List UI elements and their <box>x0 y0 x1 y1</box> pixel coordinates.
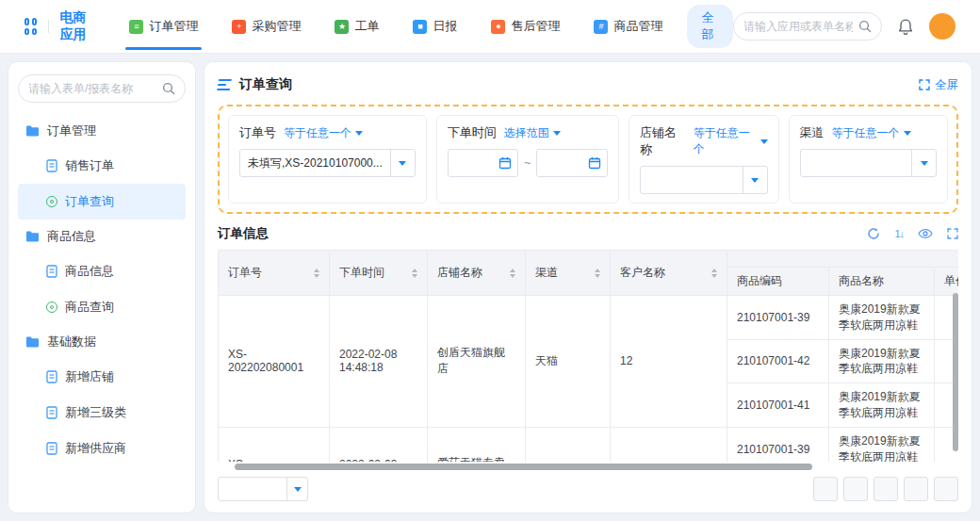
tab-work-order[interactable]: ★ 工单 <box>335 0 379 53</box>
avatar[interactable] <box>929 13 956 40</box>
page-button[interactable] <box>813 477 838 501</box>
tab-label: 售后管理 <box>511 18 560 35</box>
sort-arrows-icon[interactable] <box>314 269 319 278</box>
apps-grid-icon[interactable] <box>24 18 37 35</box>
order-app-icon: ≡ <box>129 20 143 34</box>
col-header-shop[interactable]: 店铺名称 <box>428 251 526 296</box>
cell-shop: 爱莎天猫专卖店 <box>428 427 526 462</box>
sidebar-item-order-query[interactable]: 订单查询 <box>18 184 186 220</box>
page-button[interactable] <box>874 477 898 501</box>
item-label: 新增店铺 <box>65 368 114 385</box>
app-tabs: ≡ 订单管理 + 采购管理 ★ 工单 ■ 日报 ● 售后管理 # 商品管理 <box>129 0 662 53</box>
sidebar-item-new-supplier[interactable]: 新增供应商 <box>18 431 186 466</box>
table-toolbar: 1↓ <box>867 227 958 240</box>
order-no-select[interactable]: 未填写,XS-20210107000... <box>239 149 416 177</box>
col-header-order-time[interactable]: 下单时间 <box>330 251 428 296</box>
workspace-title[interactable]: 电商应用 <box>60 9 98 43</box>
sort-arrows-icon[interactable] <box>412 269 417 278</box>
bell-icon[interactable] <box>897 18 914 36</box>
tab-order-management[interactable]: ≡ 订单管理 <box>129 0 198 53</box>
tab-after-sales[interactable]: ● 售后管理 <box>491 0 560 53</box>
tab-label: 商品管理 <box>613 18 662 35</box>
page-button[interactable] <box>843 477 868 501</box>
refresh-icon[interactable] <box>867 227 880 240</box>
search-icon[interactable] <box>162 82 175 95</box>
item-label: 销售订单 <box>65 157 114 174</box>
main-panel: 订单查询 全屏 订单号 等于任意一个 未填写,XS-20210107000... <box>204 61 972 513</box>
pagination-bar <box>218 477 958 501</box>
sort-arrows-icon[interactable] <box>595 269 600 278</box>
sort-arrows-icon[interactable] <box>711 269 717 278</box>
report-icon: ■ <box>413 20 427 34</box>
cell-channel: 天猫 <box>526 427 611 462</box>
sidebar-item-sales-order[interactable]: 销售订单 <box>18 148 186 184</box>
tab-daily-report[interactable]: ■ 日报 <box>413 0 457 53</box>
sort-icon[interactable]: 1↓ <box>894 229 904 239</box>
cell-customer <box>611 427 727 462</box>
cell-customer: 12 <box>611 296 727 428</box>
chevron-down-icon <box>355 131 363 136</box>
main-header: 订单查询 全屏 <box>218 73 958 96</box>
sidebar-group-order-management[interactable]: 订单管理 <box>18 114 186 148</box>
cell-product-name: 奥康2019新款夏季软底两用凉鞋 <box>829 339 935 383</box>
sidebar-tree: 订单管理 销售订单 订单查询 商品信息 商品信息 商品查询 <box>18 114 186 466</box>
tab-purchase-management[interactable]: + 采购管理 <box>232 0 301 53</box>
sidebar-item-product-info[interactable]: 商品信息 <box>18 253 186 289</box>
filter-operator-dropdown[interactable]: 等于任意一个 <box>832 125 911 141</box>
item-label: 新增三级类 <box>65 404 126 421</box>
page-button[interactable] <box>934 477 958 501</box>
calendar-icon[interactable] <box>588 156 601 170</box>
star-icon: ★ <box>335 20 349 34</box>
shop-select[interactable] <box>640 166 768 194</box>
sidebar-item-product-query[interactable]: 商品查询 <box>18 289 186 325</box>
page-size-select[interactable] <box>218 477 308 501</box>
sidebar-search-input[interactable] <box>28 82 156 95</box>
sidebar-group-product-info[interactable]: 商品信息 <box>18 220 186 253</box>
item-label: 商品信息 <box>65 263 114 280</box>
filter-order-time: 下单时间 选择范围 ~ <box>436 115 619 204</box>
select-arrow[interactable] <box>911 150 936 176</box>
col-header-order-no[interactable]: 订单号 <box>219 251 330 296</box>
select-arrow[interactable] <box>390 150 415 176</box>
cell-product-name: 奥康2019新款夏季软底两用凉鞋 <box>829 383 935 428</box>
col-header-channel[interactable]: 渠道 <box>526 251 611 296</box>
filter-operator-dropdown[interactable]: 等于任意一个 <box>284 125 363 141</box>
chevron-down-icon <box>553 131 561 136</box>
page-buttons <box>813 477 958 501</box>
col-header-customer[interactable]: 客户名称 <box>611 251 727 296</box>
expand-icon[interactable] <box>947 228 958 239</box>
folder-icon <box>25 125 40 137</box>
visibility-icon[interactable] <box>918 228 933 239</box>
horizontal-scrollbar[interactable] <box>235 464 812 470</box>
calendar-icon[interactable] <box>498 156 512 170</box>
page-button[interactable] <box>904 477 928 501</box>
search-icon[interactable] <box>858 20 872 33</box>
bell-app-icon: ● <box>491 20 505 34</box>
query-form-icon <box>217 79 233 90</box>
table-row[interactable]: XS-202202080001 2022-02-08 14:48:18 创盾天猫… <box>219 296 959 340</box>
sidebar-item-new-category[interactable]: 新增三级类 <box>18 395 186 431</box>
page-body: 订单管理 销售订单 订单查询 商品信息 商品信息 商品查询 <box>0 54 980 521</box>
fullscreen-button[interactable]: 全屏 <box>919 77 958 93</box>
group-label: 订单管理 <box>47 122 96 139</box>
tab-product-management[interactable]: # 商品管理 <box>594 0 662 53</box>
filter-operator-dropdown[interactable]: 选择范围 <box>504 125 561 141</box>
col-header-price[interactable]: 单价 <box>935 268 959 296</box>
col-header-product-name[interactable]: 商品名称 <box>829 268 935 296</box>
sidebar-group-base-data[interactable]: 基础数据 <box>18 325 186 359</box>
col-header-product-code[interactable]: 商品编码 <box>727 268 829 296</box>
global-search-input[interactable] <box>743 20 853 33</box>
all-apps-button[interactable]: 全部 <box>687 5 733 48</box>
group-label: 基础数据 <box>47 334 96 350</box>
sort-arrows-icon[interactable] <box>510 269 515 278</box>
filter-operator-dropdown[interactable]: 等于任意一个 <box>694 125 768 157</box>
vertical-scrollbar[interactable] <box>953 293 958 451</box>
tab-label: 工单 <box>354 18 379 35</box>
cart-icon: + <box>232 20 246 34</box>
cell-shop: 创盾天猫旗舰店 <box>428 296 526 428</box>
select-arrow[interactable] <box>743 167 767 193</box>
sidebar-item-new-shop[interactable]: 新增店铺 <box>18 359 186 395</box>
sidebar-search <box>18 74 186 103</box>
table-row[interactable]: XS-202202030001 2022-02-03 22:52:57 爱莎天猫… <box>219 427 959 462</box>
channel-select[interactable] <box>800 149 937 177</box>
